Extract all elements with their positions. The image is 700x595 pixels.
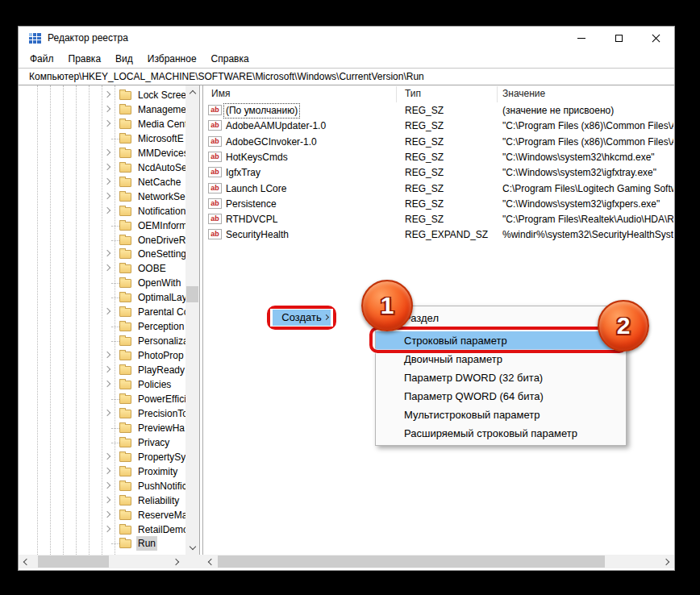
registry-value-row[interactable]: abIgfxTrayREG_SZ"C:\Windows\system32\igf… — [203, 165, 674, 181]
tree-item[interactable]: Policies — [19, 377, 199, 392]
folder-icon — [119, 497, 131, 506]
tree-item[interactable]: Media Cent — [19, 117, 199, 131]
expand-chevron-icon[interactable] — [104, 120, 110, 127]
minimize-button[interactable] — [563, 27, 600, 50]
tree-item[interactable]: Notification — [19, 204, 199, 218]
column-header-type[interactable]: Тип — [405, 86, 421, 102]
tree-item[interactable]: OneDriveRa — [19, 233, 199, 248]
tree-item[interactable]: OneSetting — [19, 247, 199, 261]
expand-chevron-icon[interactable] — [104, 381, 110, 387]
expand-chevron-icon[interactable] — [104, 352, 110, 358]
context-menu-item[interactable]: Параметр DWORD (32 бита) — [376, 368, 626, 387]
tree-item[interactable]: PropertySy — [19, 450, 199, 464]
tree-vertical-scrollbar[interactable] — [185, 85, 199, 555]
tree-item[interactable]: OpenWith — [19, 276, 199, 290]
tree-item[interactable]: MMDevices — [19, 146, 199, 160]
tree-item[interactable]: Proximity — [19, 464, 199, 479]
tree-item[interactable]: Privacy — [19, 435, 199, 450]
tree-item[interactable]: Perception — [19, 319, 199, 334]
tree-item[interactable]: Reliability — [19, 493, 199, 508]
tree-item[interactable]: Parental Co — [19, 305, 199, 319]
registry-value-row[interactable]: abAdobeGCInvoker-1.0REG_SZ"C:\Program Fi… — [203, 135, 674, 150]
tree-item[interactable]: NetworkSe — [19, 189, 199, 204]
column-header-name[interactable]: Имя — [211, 86, 230, 102]
tree-item[interactable]: PrecisionTo — [19, 406, 199, 421]
registry-value-row[interactable]: abLaunch LCoreREG_SZC:\Program Files\Log… — [203, 181, 674, 197]
column-header-value[interactable]: Значение — [502, 86, 545, 102]
tree-item[interactable]: PowerEffici — [19, 392, 199, 406]
menubar-item[interactable]: Справка — [204, 50, 256, 68]
registry-value-row[interactable]: abPersistenceREG_SZ"C:\Windows\system32\… — [203, 197, 674, 212]
tree-branch-line — [111, 428, 119, 429]
expand-chevron-icon[interactable] — [104, 482, 110, 489]
registry-value-row[interactable]: ab(По умолчанию)REG_SZ(значение не присв… — [203, 103, 674, 119]
tree-horizontal-scrollbar[interactable] — [19, 555, 184, 568]
scroll-up-button[interactable] — [185, 85, 199, 99]
expand-chevron-icon[interactable] — [104, 207, 110, 214]
tree-item[interactable]: Manageme — [19, 102, 199, 117]
menubar-item[interactable]: Избранное — [140, 50, 204, 68]
tree-item[interactable]: NetCache — [19, 175, 199, 189]
expand-chevron-icon[interactable] — [104, 511, 110, 518]
expand-chevron-icon[interactable] — [104, 308, 110, 314]
list-hscroll-thumb[interactable] — [218, 555, 605, 568]
tree-item[interactable]: Run — [19, 536, 199, 551]
tree-item[interactable]: Personaliza — [19, 334, 199, 348]
step-badge-1: 1 — [361, 280, 413, 331]
column-separator[interactable] — [497, 86, 498, 102]
registry-value-row[interactable]: abRTHDVCPLREG_SZ"C:\Program Files\Realte… — [203, 212, 674, 227]
expand-chevron-icon[interactable] — [104, 526, 110, 532]
expand-chevron-icon[interactable] — [104, 468, 110, 474]
context-menu-item[interactable]: Параметр QWORD (64 бита) — [376, 387, 626, 406]
scroll-right-button[interactable] — [660, 555, 674, 568]
context-menu-item[interactable]: Раздел — [376, 309, 626, 327]
column-separator[interactable] — [396, 86, 397, 102]
maximize-button[interactable] — [600, 27, 637, 50]
context-menu-item-create[interactable]: Создать — [273, 310, 331, 326]
value-type: REG_SZ — [405, 182, 444, 196]
menubar-item[interactable]: Вид — [108, 50, 140, 68]
expand-chevron-icon[interactable] — [104, 410, 110, 416]
tree-item[interactable]: RetailDemo — [19, 522, 199, 537]
expand-chevron-icon[interactable] — [104, 91, 110, 98]
scroll-down-button[interactable] — [185, 541, 199, 555]
close-button[interactable] — [637, 27, 674, 50]
registry-value-row[interactable]: abSecurityHealthREG_EXPAND_SZ%windir%\sy… — [203, 227, 674, 243]
tree-item[interactable]: ReserveMa — [19, 508, 199, 522]
tree-item[interactable]: NcdAutoSe — [19, 160, 199, 175]
expand-chevron-icon[interactable] — [104, 497, 110, 503]
expand-chevron-icon[interactable] — [104, 366, 110, 372]
expand-chevron-icon[interactable] — [104, 264, 110, 271]
expand-chevron-icon[interactable] — [104, 178, 110, 185]
context-menu-item[interactable]: Расширяемый строковый параметр — [376, 424, 626, 443]
tree-item[interactable]: PushNotific — [19, 479, 199, 493]
tree-item[interactable]: OptimalLay — [19, 290, 199, 305]
expand-chevron-icon[interactable] — [104, 106, 110, 112]
expand-chevron-icon[interactable] — [104, 193, 110, 199]
address-bar[interactable]: Компьютер\HKEY_LOCAL_MACHINE\SOFTWARE\Mi… — [19, 68, 674, 85]
expand-chevron-icon[interactable] — [104, 453, 110, 460]
registry-value-row[interactable]: abAdobeAAMUpdater-1.0REG_SZ"C:\Program F… — [203, 119, 674, 134]
tree-item[interactable]: MicrosoftE — [19, 131, 199, 146]
tree-item[interactable]: PlayReady — [19, 363, 199, 377]
registry-value-row[interactable]: abHotKeysCmdsREG_SZ"C:\Windows\system32\… — [203, 150, 674, 165]
context-menu-item[interactable]: Мультистроковый параметр — [376, 406, 626, 424]
tree-hscroll-thumb[interactable] — [38, 555, 109, 568]
expand-chevron-icon[interactable] — [104, 149, 110, 156]
tree-item-label: MicrosoftE — [136, 131, 185, 146]
scroll-right-button[interactable] — [170, 555, 184, 568]
scroll-left-button[interactable] — [203, 555, 217, 568]
tree-item[interactable]: Lock Screen — [19, 88, 199, 102]
tree-branch-line — [111, 283, 119, 284]
tree-item[interactable]: PreviewHa — [19, 421, 199, 435]
expand-chevron-icon[interactable] — [104, 164, 110, 170]
tree-item[interactable]: OEMInform — [19, 218, 199, 233]
tree-item[interactable]: PhotoProp — [19, 348, 199, 363]
tree-item[interactable]: OOBE — [19, 261, 199, 276]
tree-vscroll-thumb[interactable] — [186, 286, 198, 302]
scroll-left-button[interactable] — [19, 555, 32, 568]
menubar-item[interactable]: Правка — [61, 50, 109, 68]
menubar-item[interactable]: Файл — [23, 50, 61, 68]
expand-chevron-icon[interactable] — [104, 250, 110, 256]
list-horizontal-scrollbar[interactable] — [203, 555, 674, 568]
